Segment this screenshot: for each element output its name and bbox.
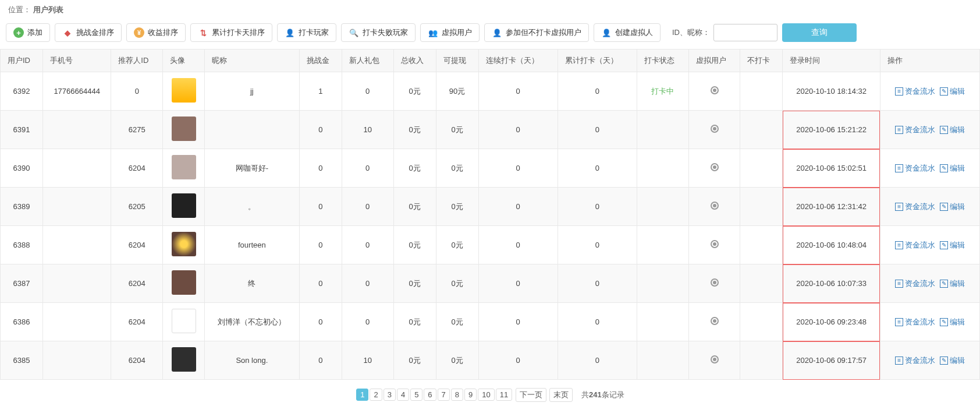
table-row: 63876204终000元0元002020-10-06 10:07:33≡资金流… (1, 264, 980, 303)
edit-link[interactable]: ✎编辑 (940, 240, 965, 250)
cell-gift: 10 (342, 341, 393, 380)
cell-status: 打卡中 (637, 72, 688, 111)
cell-income: 0元 (393, 111, 436, 149)
cell-login-time: 2020-10-06 10:07:33 (783, 264, 880, 303)
pagination: 1234567891011 下一页 末页 共241条记录 (0, 380, 980, 410)
page-number[interactable]: 3 (384, 389, 396, 401)
page-number[interactable]: 10 (478, 389, 494, 401)
edit-icon: ✎ (940, 126, 948, 134)
cell-income: 0元 (393, 341, 436, 380)
cell-actions: ≡资金流水 ✎编辑 (880, 111, 979, 149)
page-number[interactable]: 4 (397, 389, 409, 401)
cell-withdraw: 0元 (436, 226, 478, 264)
page-number[interactable]: 2 (370, 389, 382, 401)
cell-referrer: 6275 (111, 111, 163, 149)
cell-referrer: 6204 (111, 226, 163, 264)
fund-flow-link[interactable]: ≡资金流水 (895, 86, 935, 97)
edit-link[interactable]: ✎编辑 (940, 163, 965, 174)
cell-virtual (688, 303, 740, 341)
column-header: 虚拟用户 (688, 50, 740, 72)
list-icon: ≡ (895, 318, 903, 326)
cell-phone (42, 341, 111, 380)
fund-flow-link[interactable]: ≡资金流水 (895, 125, 935, 135)
cell-cumulative: 0 (558, 111, 637, 149)
virtual-users-button[interactable]: 👥虚拟用户 (420, 23, 480, 42)
page-number[interactable]: 7 (438, 389, 450, 401)
punch-fail-players-button[interactable]: 🔍打卡失败玩家 (341, 23, 416, 42)
edit-link[interactable]: ✎编辑 (940, 355, 965, 366)
challenge-sort-button[interactable]: ◆挑战金排序 (55, 23, 122, 42)
add-button[interactable]: +添加 (6, 23, 50, 42)
cell-user-id: 6389 (1, 188, 43, 226)
page-number[interactable]: 1 (356, 389, 368, 401)
cell-actions: ≡资金流水 ✎编辑 (880, 341, 979, 380)
cell-income: 0元 (393, 226, 436, 264)
cell-avatar (163, 341, 205, 380)
edit-link[interactable]: ✎编辑 (940, 278, 965, 289)
fund-flow-link[interactable]: ≡资金流水 (895, 278, 935, 289)
edit-link[interactable]: ✎编辑 (940, 125, 965, 135)
avatar (172, 309, 196, 333)
page-number[interactable]: 8 (451, 389, 463, 401)
create-virtual-button[interactable]: 👤创建虚拟人 (594, 23, 661, 42)
page-number[interactable]: 6 (424, 389, 436, 401)
join-no-punch-virtual-button[interactable]: 👤参加但不打卡虚拟用户 (484, 23, 589, 42)
search-input[interactable] (713, 24, 777, 41)
fund-flow-link[interactable]: ≡资金流水 (895, 163, 935, 174)
cell-challenge: 0 (299, 341, 342, 380)
list-icon: ≡ (895, 126, 903, 134)
cell-avatar (163, 226, 205, 264)
column-header: 用户ID (1, 50, 43, 72)
punch-players-button[interactable]: 👤打卡玩家 (277, 23, 336, 42)
cell-withdraw: 0元 (436, 188, 478, 226)
revenue-sort-button[interactable]: ¥收益排序 (126, 23, 186, 42)
edit-icon: ✎ (940, 203, 948, 211)
fund-flow-link[interactable]: ≡资金流水 (895, 202, 935, 212)
cell-gift: 0 (342, 188, 393, 226)
cell-status (637, 188, 688, 226)
cell-nickname: 终 (204, 264, 299, 303)
fund-flow-link[interactable]: ≡资金流水 (895, 355, 935, 366)
cell-nickname: 网咖哥好- (204, 149, 299, 188)
table-row: 63896205。000元0元002020-10-06 12:31:42≡资金流… (1, 188, 980, 226)
fund-flow-link[interactable]: ≡资金流水 (895, 240, 935, 250)
cell-no-punch (740, 226, 783, 264)
page-last[interactable]: 末页 (549, 388, 573, 402)
diamond-icon: ◆ (62, 27, 73, 38)
cell-income: 0元 (393, 72, 436, 111)
radio-icon (711, 125, 719, 133)
cell-login-time: 2020-10-06 15:02:51 (783, 149, 880, 188)
page-number[interactable]: 11 (496, 389, 512, 401)
cell-gift: 10 (342, 111, 393, 149)
page-number[interactable]: 9 (464, 389, 477, 401)
cell-referrer: 6204 (111, 303, 163, 341)
cell-withdraw: 0元 (436, 264, 478, 303)
cell-continuous: 0 (478, 149, 558, 188)
list-icon: ≡ (895, 357, 903, 365)
cell-phone (42, 111, 111, 149)
search-group: ID、昵称： (672, 24, 777, 41)
avatar (172, 270, 196, 295)
cell-challenge: 1 (299, 72, 342, 111)
edit-link[interactable]: ✎编辑 (940, 86, 965, 97)
cell-income: 0元 (393, 149, 436, 188)
cumulative-sort-button[interactable]: ⇅累计打卡天排序 (190, 23, 272, 42)
cell-user-id: 6391 (1, 111, 43, 149)
query-button[interactable]: 查询 (782, 23, 857, 42)
cell-nickname: fourteen (204, 226, 299, 264)
cell-nickname: 。 (204, 188, 299, 226)
edit-icon: ✎ (940, 280, 948, 288)
edit-link[interactable]: ✎编辑 (940, 202, 965, 212)
column-header: 不打卡 (740, 50, 783, 72)
cell-virtual (688, 149, 740, 188)
cell-actions: ≡资金流水 ✎编辑 (880, 264, 979, 303)
cell-referrer: 0 (111, 72, 163, 111)
page-next[interactable]: 下一页 (516, 388, 546, 402)
cell-withdraw: 0元 (436, 303, 478, 341)
cell-user-id: 6387 (1, 264, 43, 303)
fund-flow-link[interactable]: ≡资金流水 (895, 317, 935, 327)
page-number[interactable]: 5 (410, 389, 422, 401)
cell-login-time: 2020-10-06 15:21:22 (783, 111, 880, 149)
cell-gift: 0 (342, 72, 393, 111)
edit-link[interactable]: ✎编辑 (940, 317, 965, 327)
